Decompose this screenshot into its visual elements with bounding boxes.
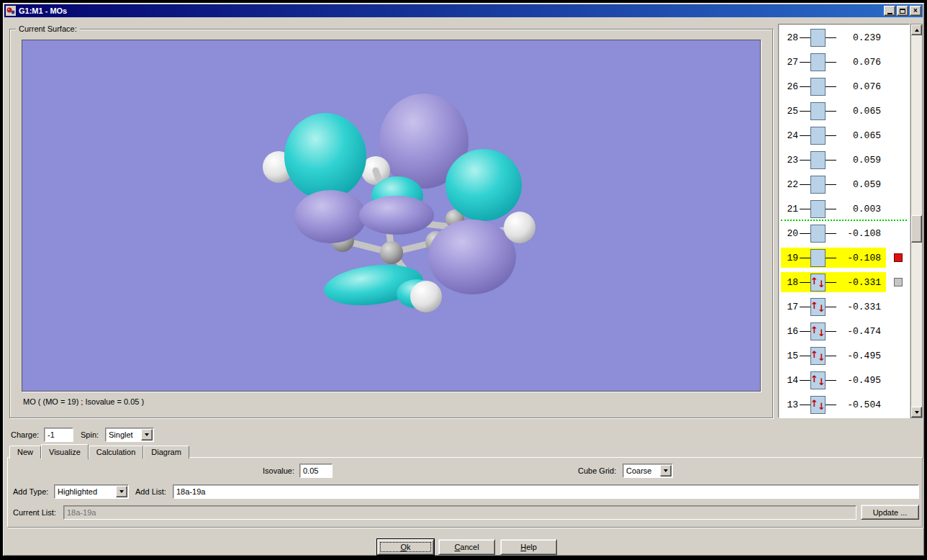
spin-down-arrow: ↓ [818, 353, 826, 362]
mo-orbital-box[interactable] [810, 225, 826, 243]
mo-level-line [826, 380, 836, 381]
mo-orbital-box[interactable]: ↑↓ [810, 371, 826, 389]
mo-level-line [826, 86, 836, 87]
spin-dropdown-button[interactable] [141, 429, 153, 441]
add-type-select[interactable]: Highlighted [54, 484, 129, 499]
mo-level-row-main: 23 0.059 [781, 150, 886, 170]
mo-level-row[interactable]: 17 ↑↓ -0.331 [779, 294, 908, 319]
mo-level-row-main: 17 ↑↓ -0.331 [781, 297, 886, 317]
mo-orbital-box[interactable] [810, 53, 826, 71]
cancel-button[interactable]: Cancel [438, 539, 495, 555]
spin-down-arrow: ↓ [818, 279, 826, 289]
mo-orbital-box[interactable]: ↑↓ [810, 347, 826, 365]
mo-orbital-box[interactable] [810, 102, 826, 120]
mo-level-row-main: 14 ↑↓ -0.495 [781, 370, 886, 390]
mo-level-row-main: 26 0.076 [781, 76, 886, 96]
ok-button[interactable]: Ok [377, 539, 434, 555]
mo-level-line [826, 62, 836, 63]
mo-number: 23 [782, 155, 800, 166]
scroll-up-button[interactable] [911, 24, 922, 35]
mo-level-line [826, 331, 836, 332]
mo-orbital-box[interactable]: ↑↓ [810, 274, 826, 292]
spin-down-arrow: ↓ [818, 377, 826, 387]
minimize-button[interactable] [884, 6, 895, 16]
scrollbar-thumb[interactable] [911, 215, 922, 243]
mo-level-row[interactable]: 25 0.065 [779, 99, 908, 123]
mo-level-row[interactable]: 18 ↑↓ -0.331 [779, 270, 908, 294]
mo-level-line [826, 209, 836, 209]
mo-orbital-box[interactable]: ↑↓ [810, 298, 826, 316]
minimize-icon [887, 13, 892, 14]
spin-down-arrow: ↓ [818, 402, 826, 411]
mo-level-row[interactable]: 28 0.239 [779, 25, 908, 50]
mo-number: 13 [782, 399, 800, 410]
cube-grid-dropdown-button[interactable] [660, 465, 671, 477]
mo-energy-value: 0.065 [836, 106, 881, 117]
mo-level-row[interactable]: 20 -0.108 [779, 221, 908, 245]
mo-level-line [800, 380, 810, 381]
add-list-input[interactable] [173, 484, 919, 499]
current-surface-label: Current Surface: [16, 24, 80, 33]
tab-calculation[interactable]: Calculation [89, 446, 143, 459]
footer-button-row: Ok Cancel Help [4, 528, 923, 560]
mo-level-row[interactable]: 27 0.076 [779, 50, 908, 74]
charge-input[interactable] [44, 428, 73, 442]
mo-orbital-box[interactable] [810, 29, 826, 47]
chevron-down-icon [145, 433, 149, 436]
mo-level-row[interactable]: 22 0.059 [779, 172, 908, 197]
mo-diagram-scrollbar[interactable] [910, 24, 923, 418]
mo-level-line [800, 135, 810, 136]
mo-level-row[interactable]: 15 ↑↓ -0.495 [779, 343, 908, 368]
mo-orbital-box[interactable] [810, 200, 826, 218]
mo-level-row-main: 13 ↑↓ -0.504 [781, 394, 886, 415]
mo-level-line [800, 233, 810, 234]
mo-level-line [800, 62, 810, 63]
help-button[interactable]: Help [500, 539, 557, 555]
mo-level-line [826, 307, 836, 307]
tab-visualize[interactable]: Visualize [41, 444, 89, 459]
mo-number: 15 [782, 351, 800, 361]
mo-level-row[interactable]: 21 0.003 [779, 197, 908, 221]
add-type-dropdown-button[interactable] [116, 486, 127, 497]
mo-surface-viewport[interactable] [22, 40, 761, 392]
mo-orbital-box[interactable]: ↑↓ [810, 322, 826, 340]
cube-grid-select[interactable]: Coarse [623, 464, 673, 478]
mo-level-row-main: 20 -0.108 [781, 223, 886, 243]
arrow-down-icon [915, 411, 919, 414]
update-button[interactable]: Update ... [861, 505, 919, 520]
mo-orbital-box[interactable] [810, 151, 826, 169]
app-icon [6, 6, 16, 16]
mo-energy-value: 0.239 [836, 32, 881, 43]
mo-level-row[interactable]: 23 0.059 [779, 148, 908, 172]
mo-energy-value: 0.059 [836, 155, 881, 166]
tab-diagram[interactable]: Diagram [143, 446, 189, 459]
mo-orbital-box[interactable] [810, 127, 826, 145]
scroll-down-button[interactable] [911, 407, 922, 417]
mo-orbital-box[interactable] [810, 176, 826, 194]
mo-orbital-box[interactable]: ↑↓ [810, 396, 826, 414]
mo-level-row[interactable]: 13 ↑↓ -0.504 [779, 392, 908, 417]
mo-level-line [800, 209, 810, 209]
mo-level-row[interactable]: 16 ↑↓ -0.474 [779, 319, 908, 343]
mo-level-row[interactable]: 24 0.065 [779, 123, 908, 148]
spin-select[interactable]: Singlet [105, 428, 154, 442]
tab-new[interactable]: New [9, 446, 41, 459]
cube-grid-label: Cube Grid: [578, 464, 616, 478]
update-button-label: Update ... [873, 508, 908, 517]
mo-number: 17 [782, 302, 800, 312]
mo-orbital-box[interactable] [810, 78, 826, 96]
mo-level-row[interactable]: 26 0.076 [779, 74, 908, 99]
isovalue-input[interactable] [299, 464, 333, 478]
mo-level-row[interactable]: 19 -0.108 [779, 245, 908, 270]
close-icon: × [913, 7, 918, 14]
mo-number: 20 [782, 228, 800, 239]
mo-orbital-box[interactable] [810, 249, 826, 267]
maximize-button[interactable] [897, 6, 908, 16]
mo-level-row[interactable]: 14 ↑↓ -0.495 [779, 368, 908, 392]
mo-level-line [826, 233, 836, 234]
close-button[interactable]: × [910, 6, 921, 16]
mo-level-line [800, 331, 810, 332]
mo-level-row-main: 22 0.059 [781, 174, 886, 194]
mo-number: 21 [782, 204, 800, 214]
mo-level-line [826, 184, 836, 185]
